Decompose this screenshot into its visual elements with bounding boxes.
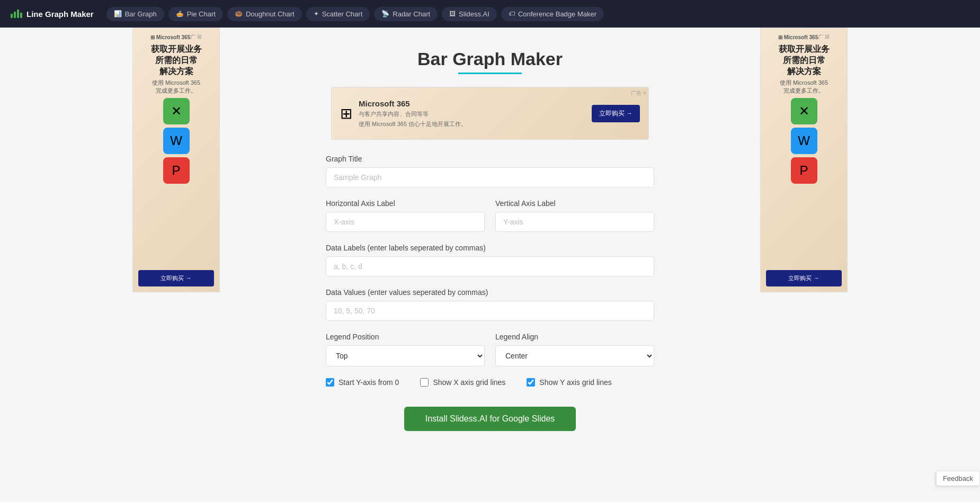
page-title: Bar Graph Maker <box>417 49 563 69</box>
axis-labels-row: Horizontal Axis Label Vertical Axis Labe… <box>326 199 654 232</box>
legend-position-group: Legend Position Top Bottom Left Right <box>326 333 485 366</box>
left-ad-box: ⊞ Microsoft 365 广 ☒ 获取开展业务所需的日常解决方案 使用 M… <box>132 28 220 292</box>
nav-radar-chart[interactable]: 📡 Radar Chart <box>374 7 438 21</box>
form-container: Graph Title Horizontal Axis Label Vertic… <box>326 155 654 431</box>
nav-pie-chart[interactable]: 🥧 Pie Chart <box>168 7 223 21</box>
ad-label: 广告 × <box>631 89 646 97</box>
scatter-chart-icon: ✦ <box>314 10 319 17</box>
show-x-grid-checkbox[interactable] <box>420 378 429 387</box>
right-ad-cta[interactable]: 立即购买 → <box>766 270 842 286</box>
start-y-zero-label: Start Y-axis from 0 <box>338 378 399 387</box>
v-axis-group: Vertical Axis Label <box>495 199 654 232</box>
pie-chart-icon: 🥧 <box>176 10 184 17</box>
ad-banner: 广告 × ⊞ Microsoft 365 与客户共享内容、合同等等 使用 Mic… <box>331 87 649 140</box>
show-y-grid-item: Show Y axis grid lines <box>527 378 611 387</box>
bar-graph-icon: 📊 <box>114 10 122 17</box>
graph-title-label: Graph Title <box>326 155 654 163</box>
legend-row: Legend Position Top Bottom Left Right Le… <box>326 333 654 366</box>
install-button[interactable]: Install Slidess.AI for Google Slides <box>404 407 576 431</box>
right-ad-sidebar: ⊞ Microsoft 365 广 ☒ 获取开展业务所需的日常解决方案 使用 M… <box>760 28 848 463</box>
show-x-grid-label: Show X axis grid lines <box>433 378 505 387</box>
nav-conference-badge[interactable]: 🏷 Conference Badge Maker <box>501 7 604 21</box>
h-axis-input[interactable] <box>326 212 485 232</box>
nav-doughnut-chart[interactable]: 🍩 Doughnut Chart <box>227 7 302 21</box>
app-logo: Line Graph Maker <box>11 10 94 19</box>
right-ad-box: ⊞ Microsoft 365 广 ☒ 获取开展业务所需的日常解决方案 使用 M… <box>760 28 848 292</box>
app-name: Line Graph Maker <box>26 10 94 19</box>
left-ad-icon-word: W <box>163 128 190 154</box>
nav-badge-label: Conference Badge Maker <box>518 10 596 18</box>
right-ad-title: 获取开展业务所需的日常解决方案 <box>778 44 830 77</box>
data-values-group: Data Values (enter values seperated by c… <box>326 288 654 321</box>
feedback-button[interactable]: Feedback <box>936 471 980 486</box>
ms-logo-right: ⊞ Microsoft 365 <box>778 34 818 40</box>
main-content: Bar Graph Maker 广告 × ⊞ Microsoft 365 与客户… <box>220 28 760 463</box>
nav-bar-graph[interactable]: 📊 Bar Graph <box>106 7 164 21</box>
legend-position-select[interactable]: Top Bottom Left Right <box>326 345 485 366</box>
nav-scatter-chart[interactable]: ✦ Scatter Chart <box>306 7 370 21</box>
nav-bar-graph-label: Bar Graph <box>125 10 157 18</box>
show-y-grid-label: Show Y axis grid lines <box>539 378 611 387</box>
ad-banner-cta[interactable]: 立即购买 → <box>592 105 640 122</box>
navbar: Line Graph Maker 📊 Bar Graph 🥧 Pie Chart… <box>0 0 980 28</box>
logo-icon <box>11 10 22 18</box>
start-y-zero-checkbox[interactable] <box>326 378 334 387</box>
ad-banner-sub: 使用 Microsoft 365 信心十足地开展工作。 <box>359 120 467 128</box>
ms-logo-left: ⊞ Microsoft 365 <box>150 34 190 40</box>
left-ad-sidebar: ⊞ Microsoft 365 广 ☒ 获取开展业务所需的日常解决方案 使用 M… <box>132 28 220 463</box>
doughnut-chart-icon: 🍩 <box>235 10 243 17</box>
left-ad-sub: 使用 Microsoft 365完成更多工作。 <box>150 79 202 95</box>
nav-slidess-label: Slidess.AI <box>459 10 489 18</box>
h-axis-group: Horizontal Axis Label <box>326 199 485 232</box>
v-axis-label: Vertical Axis Label <box>495 199 654 208</box>
start-y-zero-item: Start Y-axis from 0 <box>326 378 399 387</box>
nav-pie-chart-label: Pie Chart <box>187 10 216 18</box>
legend-position-label: Legend Position <box>326 333 485 341</box>
checkbox-row: Start Y-axis from 0 Show X axis grid lin… <box>326 378 654 387</box>
data-values-label: Data Values (enter values seperated by c… <box>326 288 654 297</box>
legend-align-label: Legend Align <box>495 333 654 341</box>
radar-chart-icon: 📡 <box>381 10 389 17</box>
right-ad-sub: 使用 Microsoft 365完成更多工作。 <box>778 79 830 95</box>
nav-doughnut-label: Doughnut Chart <box>246 10 295 18</box>
ad-banner-brand: Microsoft 365 <box>359 99 467 108</box>
nav-radar-label: Radar Chart <box>393 10 430 18</box>
nav-scatter-label: Scatter Chart <box>322 10 363 18</box>
show-x-grid-item: Show X axis grid lines <box>420 378 505 387</box>
nav-slidess-ai[interactable]: 🖼 Slidess.AI <box>442 7 497 21</box>
left-ad-title: 获取开展业务所需的日常解决方案 <box>150 44 202 77</box>
h-axis-label: Horizontal Axis Label <box>326 199 485 208</box>
slidess-icon: 🖼 <box>449 10 456 17</box>
ad-banner-tagline: 与客户共享内容、合同等等 <box>359 110 467 118</box>
right-ad-icon-word: W <box>791 128 817 154</box>
page-layout: ⊞ Microsoft 365 广 ☒ 获取开展业务所需的日常解决方案 使用 M… <box>0 28 980 463</box>
data-labels-group: Data Labels (enter labels seperated by c… <box>326 244 654 276</box>
left-ad-cta[interactable]: 立即购买 → <box>138 270 214 286</box>
data-labels-input[interactable] <box>326 256 654 276</box>
graph-title-group: Graph Title <box>326 155 654 187</box>
show-y-grid-checkbox[interactable] <box>527 378 535 387</box>
ad-ms-logo: ⊞ <box>340 105 352 122</box>
left-ad-icon-ppt: P <box>163 157 190 184</box>
legend-align-select[interactable]: Center Left Right Start End <box>495 345 654 366</box>
data-values-input[interactable] <box>326 301 654 321</box>
graph-title-input[interactable] <box>326 167 654 187</box>
data-labels-label: Data Labels (enter labels seperated by c… <box>326 244 654 252</box>
left-ad-icon-excel: ✕ <box>163 98 190 124</box>
badge-icon: 🏷 <box>509 10 515 17</box>
title-underline <box>458 73 522 74</box>
right-ad-icon-excel: ✕ <box>791 98 817 124</box>
v-axis-input[interactable] <box>495 212 654 232</box>
right-ad-icon-ppt: P <box>791 157 817 184</box>
legend-align-group: Legend Align Center Left Right Start End <box>495 333 654 366</box>
